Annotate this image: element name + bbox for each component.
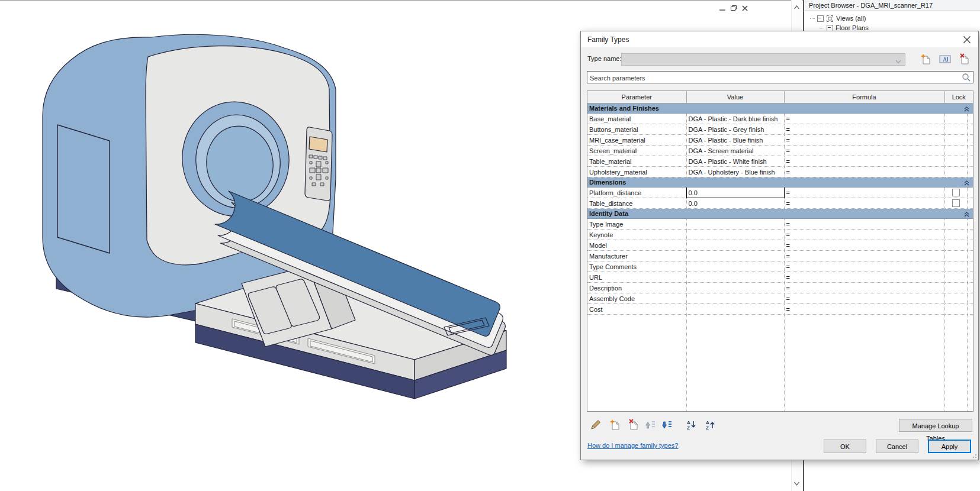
apply-button[interactable]: Apply <box>928 440 971 453</box>
empty-cell <box>686 315 784 412</box>
parameter-cell: Upholstery_material <box>587 167 686 177</box>
lock-checkbox[interactable] <box>952 189 960 196</box>
type-name-label: Type name: <box>587 55 621 62</box>
mri-scanner-illustration <box>33 30 512 432</box>
value-cell[interactable]: DGA - Plastic - Grey finish <box>686 124 784 135</box>
delete-type-icon[interactable] <box>959 53 971 65</box>
dialog-titlebar[interactable]: Family Types <box>581 31 978 47</box>
parameter-cell: Manufacturer <box>587 251 686 261</box>
formula-cell[interactable]: = <box>784 304 944 315</box>
column-header-formula[interactable]: Formula <box>784 91 944 104</box>
edit-parameter-icon[interactable] <box>589 418 602 431</box>
formula-cell[interactable]: = <box>784 124 944 135</box>
value-cell[interactable] <box>686 283 784 293</box>
table-row: Type Image= <box>587 219 973 230</box>
lock-checkbox[interactable] <box>952 199 960 207</box>
cancel-button[interactable]: Cancel <box>876 440 918 453</box>
formula-cell[interactable]: = <box>784 114 944 124</box>
value-cell[interactable]: 0.0 <box>686 188 784 198</box>
sort-ascending-icon[interactable]: A Z <box>685 418 698 431</box>
formula-cell[interactable]: = <box>784 188 944 198</box>
collapse-group-icon[interactable] <box>964 106 969 113</box>
resize-grip[interactable] <box>971 453 976 458</box>
table-row: Table_distance0.0= <box>587 198 973 209</box>
formula-cell[interactable]: = <box>784 240 944 251</box>
formula-cell[interactable]: = <box>784 293 944 304</box>
delete-parameter-icon[interactable] <box>627 418 640 431</box>
new-parameter-icon[interactable] <box>608 418 621 431</box>
formula-cell[interactable]: = <box>784 156 944 167</box>
group-row-identity-data[interactable]: Identity Data <box>587 209 973 219</box>
column-header-parameter[interactable]: Parameter <box>587 91 686 104</box>
parameter-cell: Screen_material <box>587 146 686 156</box>
formula-cell[interactable]: = <box>784 135 944 146</box>
value-cell[interactable] <box>686 293 784 304</box>
value-cell[interactable] <box>686 304 784 315</box>
empty-cell <box>587 315 686 412</box>
move-parameter-down-icon[interactable] <box>660 418 673 431</box>
family-types-dialog: Family Types Type name: <box>580 31 979 460</box>
tree-item-views-all-[interactable]: Views (all) <box>804 14 980 23</box>
type-name-dropdown[interactable] <box>621 53 905 66</box>
new-type-icon[interactable] <box>920 53 931 65</box>
value-cell[interactable]: DGA - Plastic - White finish <box>686 156 784 167</box>
value-cell[interactable]: DGA - Upholstery - Blue finish <box>686 167 784 177</box>
formula-cell[interactable]: = <box>784 272 944 283</box>
formula-cell[interactable]: = <box>784 283 944 293</box>
restore-icon[interactable] <box>729 4 738 13</box>
spacer-cell <box>967 251 973 261</box>
manage-lookup-tables-button[interactable]: Manage Lookup Tables <box>899 419 972 432</box>
column-header-lock[interactable]: Lock <box>944 91 973 104</box>
parameter-cell: Buttons_material <box>587 124 686 135</box>
value-cell[interactable] <box>686 219 784 230</box>
value-cell[interactable] <box>686 251 784 261</box>
move-parameter-up-icon[interactable] <box>644 418 657 431</box>
formula-cell[interactable]: = <box>784 146 944 156</box>
scroll-up-icon[interactable] <box>793 4 800 9</box>
ok-button[interactable]: OK <box>824 440 866 453</box>
empty-cell <box>784 315 944 412</box>
formula-cell[interactable]: = <box>784 230 944 240</box>
empty-cell <box>967 315 973 412</box>
lock-cell <box>944 146 967 156</box>
column-header-value[interactable]: Value <box>686 91 784 104</box>
dialog-close-icon[interactable] <box>963 35 971 44</box>
search-input[interactable] <box>589 72 958 83</box>
value-cell[interactable] <box>686 261 784 272</box>
formula-cell[interactable]: = <box>784 167 944 177</box>
spacer-cell <box>967 135 973 146</box>
formula-cell[interactable]: = <box>784 219 944 230</box>
collapse-group-icon[interactable] <box>964 180 969 187</box>
spacer-cell <box>967 219 973 230</box>
value-cell[interactable]: DGA - Plastic - Blue finish <box>686 135 784 146</box>
scroll-down-icon[interactable] <box>793 480 800 486</box>
close-view-icon[interactable] <box>740 4 750 13</box>
value-cell[interactable]: DGA - Screen material <box>686 146 784 156</box>
table-row: URL= <box>587 272 973 283</box>
help-link[interactable]: How do I manage family types? <box>587 442 678 449</box>
value-cell[interactable]: 0.0 <box>686 198 784 209</box>
tree-expand-icon[interactable] <box>817 15 824 22</box>
parameter-cell: Keynote <box>587 230 686 240</box>
value-cell[interactable] <box>686 240 784 251</box>
formula-cell[interactable]: = <box>784 261 944 272</box>
formula-cell[interactable]: = <box>784 198 944 209</box>
chevron-down-icon <box>895 58 901 65</box>
spacer-cell <box>967 304 973 315</box>
parameter-table: Parameter Value Formula Lock Materials a… <box>587 91 973 412</box>
value-cell[interactable] <box>686 230 784 240</box>
group-label: Materials and Finishes <box>589 105 659 112</box>
lock-cell <box>944 293 967 304</box>
group-row-materials-and-finishes[interactable]: Materials and Finishes <box>587 104 973 114</box>
sort-descending-icon[interactable]: A Z <box>704 418 717 431</box>
spacer-cell <box>967 283 973 293</box>
formula-cell[interactable]: = <box>784 251 944 261</box>
value-cell[interactable] <box>686 272 784 283</box>
rename-type-icon[interactable]: A <box>939 53 951 65</box>
minimize-icon[interactable] <box>718 4 727 13</box>
tree-expand-icon[interactable] <box>827 25 833 31</box>
group-row-dimensions[interactable]: Dimensions <box>587 177 973 188</box>
collapse-group-icon[interactable] <box>964 211 969 218</box>
search-icon[interactable] <box>962 73 971 83</box>
value-cell[interactable]: DGA - Plastic - Dark blue finish <box>686 114 784 124</box>
